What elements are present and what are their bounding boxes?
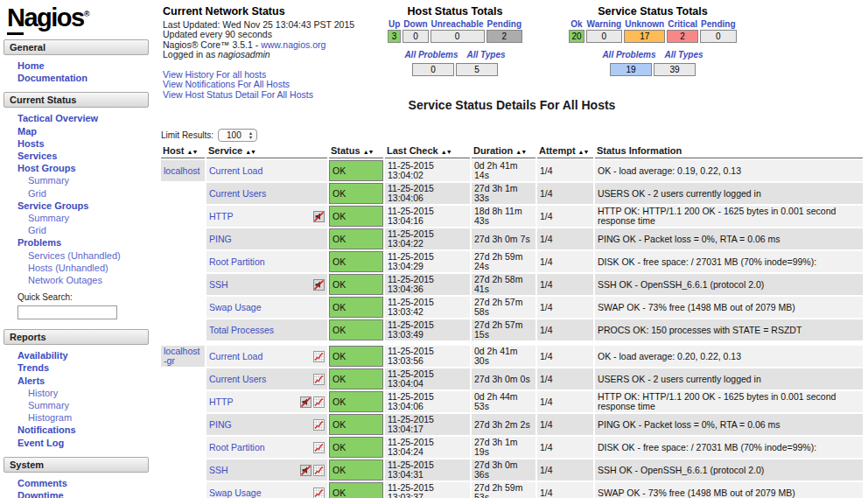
perf-graph-icon[interactable] <box>313 465 325 476</box>
perf-graph-icon[interactable] <box>313 396 325 408</box>
sidebar-item-summary[interactable]: Summary <box>4 212 149 224</box>
service-link-ping[interactable]: PING <box>209 235 232 244</box>
host-totals-all-types-label[interactable]: All Types <box>467 50 506 60</box>
sidebar-item-network-outages[interactable]: Network Outages <box>4 274 149 286</box>
service-totals-count-warning[interactable]: 0 <box>586 30 623 43</box>
sidebar-item-histogram[interactable]: Histogram <box>4 411 149 424</box>
sidebar-item-hosts-unhandled[interactable]: Hosts (Unhandled) <box>4 262 149 274</box>
sidebar-item-downtime[interactable]: Downtime <box>4 489 149 498</box>
sort-arrows-icon[interactable]: ▲▼ <box>441 149 452 155</box>
sidebar-item-services-unhandled[interactable]: Services (Unhandled) <box>4 249 149 262</box>
notifications-disabled-icon[interactable] <box>313 211 325 222</box>
sidebar-item-grid[interactable]: Grid <box>4 187 149 200</box>
sidebar-item-tactical-overview[interactable]: Tactical Overview <box>4 112 149 124</box>
perf-graph-icon[interactable] <box>313 419 325 431</box>
service-icons <box>312 374 325 385</box>
sidebar-item-problems[interactable]: Problems <box>4 236 149 249</box>
quick-search-input[interactable] <box>18 305 117 319</box>
notifications-disabled-icon[interactable] <box>300 396 312 408</box>
service-totals-all-problems-label[interactable]: All Problems <box>602 50 655 60</box>
service-totals-label-critical[interactable]: Critical <box>667 19 698 29</box>
service-link-ssh[interactable]: SSH <box>209 466 228 475</box>
column-header-attempt[interactable]: Attempt▲▼ <box>537 144 593 158</box>
sidebar-item-host-groups[interactable]: Host Groups <box>4 162 149 174</box>
service-totals-all-types-label[interactable]: All Types <box>665 50 704 60</box>
host-link-localhost-gr[interactable]: localhost-gr <box>164 346 200 366</box>
host-totals-all-problems-label[interactable]: All Problems <box>404 50 458 60</box>
sidebar-item-comments[interactable]: Comments <box>4 477 149 489</box>
link-view-notifications-for-all-hosts[interactable]: View Notifications For All Hosts <box>163 80 366 90</box>
sidebar-item-trends[interactable]: Trends <box>4 361 149 374</box>
sidebar-item-notifications[interactable]: Notifications <box>4 424 149 436</box>
service-totals-count-ok[interactable]: 20 <box>569 30 584 43</box>
sidebar-item-alerts[interactable]: Alerts <box>4 375 149 387</box>
service-totals-count-critical[interactable]: 2 <box>667 30 698 43</box>
perf-graph-icon[interactable] <box>313 487 325 498</box>
column-header-last-check[interactable]: Last Check▲▼ <box>385 144 470 158</box>
sidebar-item-documentation[interactable]: Documentation <box>4 72 149 84</box>
sidebar-item-services[interactable]: Services <box>4 150 149 162</box>
attempt-cell: 1/4 <box>537 251 593 272</box>
sidebar-item-event-log[interactable]: Event Log <box>4 437 149 449</box>
service-link-http[interactable]: HTTP <box>209 212 233 221</box>
sort-arrows-icon[interactable]: ▲▼ <box>578 149 589 155</box>
host-totals-count-pending[interactable]: 2 <box>486 30 522 43</box>
service-link-current-users[interactable]: Current Users <box>209 189 266 199</box>
service-totals-label-warning[interactable]: Warning <box>586 19 623 29</box>
service-cell: SSH <box>206 274 327 295</box>
host-totals-label-up[interactable]: Up <box>388 19 401 29</box>
column-header-service[interactable]: Service▲▼ <box>206 144 327 158</box>
host-totals-label-unreachable[interactable]: Unreachable <box>430 19 485 29</box>
limit-results-select[interactable]: 100 ▲▼ <box>218 129 257 142</box>
sort-arrows-icon[interactable]: ▲▼ <box>515 149 526 155</box>
perf-graph-icon[interactable] <box>313 351 325 362</box>
service-totals-count-unknown[interactable]: 17 <box>624 30 665 43</box>
perf-graph-icon[interactable] <box>313 442 325 453</box>
service-totals-all-types-count[interactable]: 39 <box>654 63 696 76</box>
sidebar-item-home[interactable]: Home <box>4 60 149 72</box>
service-link-current-users[interactable]: Current Users <box>209 375 266 384</box>
service-totals-label-unknown[interactable]: Unknown <box>624 19 665 29</box>
sidebar-item-hosts[interactable]: Hosts <box>4 137 149 150</box>
service-link-root-partition[interactable]: Root Partition <box>209 443 265 452</box>
service-totals-all-problems-count[interactable]: 19 <box>610 63 652 76</box>
sidebar-item-service-groups[interactable]: Service Groups <box>4 200 149 212</box>
sidebar-section-header: General <box>4 39 149 55</box>
sidebar-item-summary[interactable]: Summary <box>4 399 149 411</box>
sidebar-item-map[interactable]: Map <box>4 125 149 137</box>
service-totals-label-ok[interactable]: Ok <box>569 19 584 29</box>
notifications-disabled-icon[interactable] <box>313 279 325 291</box>
host-totals-all-types-count[interactable]: 5 <box>456 63 498 76</box>
service-link-current-load[interactable]: Current Load <box>209 352 262 361</box>
column-header-duration[interactable]: Duration▲▼ <box>472 144 536 158</box>
sort-arrows-icon[interactable]: ▲▼ <box>245 149 256 155</box>
sidebar-item-availability[interactable]: Availability <box>4 349 149 361</box>
service-link-total-processes[interactable]: Total Processes <box>209 326 274 335</box>
sidebar-item-summary[interactable]: Summary <box>4 174 149 186</box>
service-link-swap-usage[interactable]: Swap Usage <box>209 303 262 312</box>
service-link-current-load[interactable]: Current Load <box>209 166 262 176</box>
service-totals-count-pending[interactable]: 0 <box>700 30 736 43</box>
column-header-host[interactable]: Host▲▼ <box>161 144 205 158</box>
host-totals-label-down[interactable]: Down <box>402 19 428 29</box>
service-link-swap-usage[interactable]: Swap Usage <box>209 488 262 498</box>
service-link-ping[interactable]: PING <box>209 420 232 430</box>
host-totals-count-up[interactable]: 3 <box>388 30 401 43</box>
perf-graph-icon[interactable] <box>313 374 325 385</box>
notifications-disabled-icon[interactable] <box>300 465 312 476</box>
service-link-http[interactable]: HTTP <box>209 397 233 407</box>
sidebar-item-history[interactable]: History <box>4 387 149 399</box>
service-link-root-partition[interactable]: Root Partition <box>209 257 265 267</box>
host-link-localhost[interactable]: localhost <box>164 165 200 176</box>
column-header-status[interactable]: Status▲▼ <box>329 144 383 158</box>
nagios-org-link[interactable]: www.nagios.org <box>261 39 326 50</box>
sort-arrows-icon[interactable]: ▲▼ <box>186 149 197 155</box>
host-totals-all-problems-count[interactable]: 0 <box>412 63 454 76</box>
service-link-ssh[interactable]: SSH <box>209 280 228 290</box>
sort-arrows-icon[interactable]: ▲▼ <box>363 149 374 155</box>
service-totals-label-pending[interactable]: Pending <box>700 19 736 29</box>
sidebar-item-grid[interactable]: Grid <box>4 224 149 236</box>
host-totals-count-down[interactable]: 0 <box>402 30 428 43</box>
host-totals-count-unreachable[interactable]: 0 <box>430 30 485 43</box>
host-totals-label-pending[interactable]: Pending <box>486 19 522 29</box>
